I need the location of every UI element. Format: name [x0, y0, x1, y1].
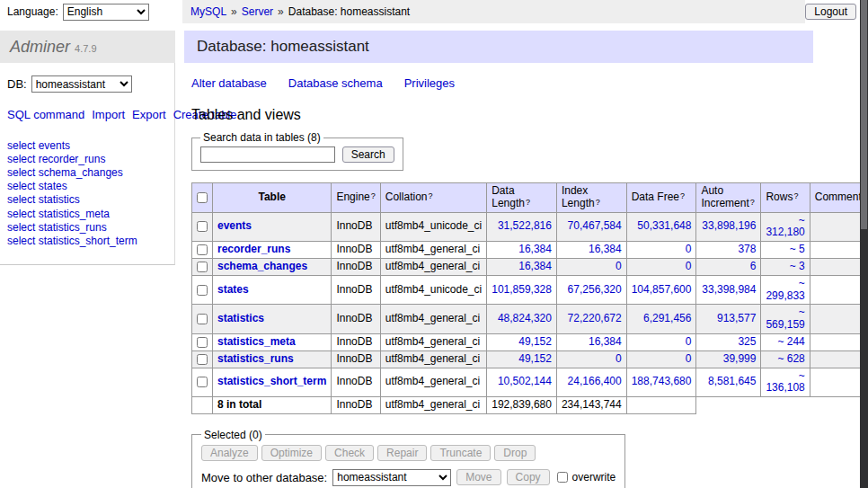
move-db-select[interactable]: homeassistant [332, 469, 451, 486]
column-help-hint[interactable]: ? [371, 191, 376, 200]
row-checkbox[interactable] [197, 221, 208, 232]
rows-link[interactable]: ~ 5 [790, 243, 805, 255]
data-free-link[interactable]: 6,291,456 [643, 312, 691, 324]
data-length-link[interactable]: 31,522,816 [498, 219, 552, 232]
database-nav-link[interactable]: Alter database [191, 76, 267, 90]
column-help-hint[interactable]: ? [596, 198, 600, 207]
data-free-link[interactable]: 0 [686, 352, 692, 365]
copy-button[interactable]: Copy [507, 469, 550, 485]
column-help-hint[interactable]: ? [526, 198, 530, 207]
table-name-link[interactable]: schema_changes [217, 260, 307, 272]
page-scrollbar[interactable] [860, 0, 868, 488]
sidebar-table-link[interactable]: select statistics [7, 193, 174, 207]
table-name-link[interactable]: statistics [217, 312, 264, 324]
sidebar-table-link[interactable]: select recorder_runs [7, 153, 174, 166]
data-length-link[interactable]: 16,384 [518, 260, 552, 272]
selected-optimize-button[interactable]: Optimize [261, 445, 322, 461]
auto-increment-link[interactable]: 6 [750, 260, 757, 272]
adminer-logo[interactable]: Adminer 4.7.9 [0, 31, 175, 63]
table-name-link[interactable]: statistics_runs [217, 352, 294, 365]
column-help-hint[interactable]: ? [750, 198, 755, 207]
column-help-hint[interactable]: ? [680, 191, 685, 200]
data-length-link[interactable]: 49,152 [518, 335, 552, 348]
data-free-link[interactable]: 104,857,600 [632, 283, 692, 296]
selected-truncate-button[interactable]: Truncate [430, 445, 491, 461]
sidebar-action-link[interactable]: Export [132, 108, 166, 121]
index-length-link[interactable]: 67,256,320 [568, 283, 622, 296]
data-length-link[interactable]: 49,152 [518, 352, 552, 365]
index-length-link[interactable]: 16,384 [589, 243, 622, 255]
index-length-link[interactable]: 24,166,400 [568, 375, 622, 387]
selected-analyze-button[interactable]: Analyze [201, 445, 258, 461]
data-free-link[interactable]: 0 [686, 260, 692, 272]
data-free-link[interactable]: 188,743,680 [632, 375, 692, 387]
row-checkbox[interactable] [197, 377, 208, 387]
sidebar-table-link[interactable]: select schema_changes [7, 166, 174, 180]
auto-increment-link[interactable]: 39,999 [723, 352, 757, 365]
data-length-link[interactable]: 16,384 [518, 243, 552, 255]
search-button[interactable]: Search [342, 146, 394, 163]
rows-link[interactable]: ~ 312,180 [766, 214, 804, 239]
sidebar-table-link[interactable]: select states [7, 180, 174, 193]
data-free-link[interactable]: 0 [686, 335, 692, 348]
auto-increment-link[interactable]: 8,581,645 [708, 375, 756, 387]
breadcrumb-server-link[interactable]: Server [242, 5, 273, 18]
overwrite-checkbox[interactable] [557, 472, 568, 483]
index-length-link[interactable]: 70,467,584 [568, 219, 622, 232]
rows-link[interactable]: ~ 628 [777, 352, 804, 365]
sidebar-action-link[interactable]: SQL command [7, 108, 84, 121]
auto-increment-link[interactable]: 325 [738, 335, 756, 348]
sidebar-action-link[interactable]: Import [92, 108, 125, 121]
row-checkbox[interactable] [197, 337, 208, 348]
rows-link[interactable]: ~ 244 [777, 335, 804, 348]
sidebar-table-link[interactable]: select statistics_runs [7, 221, 174, 235]
table-name-link[interactable]: statistics_meta [217, 335, 296, 348]
rows-link[interactable]: ~ 569,159 [766, 306, 804, 331]
rows-link[interactable]: ~ 3 [790, 260, 805, 272]
row-checkbox[interactable] [197, 314, 208, 324]
select-all-checkbox[interactable] [197, 192, 208, 203]
search-input[interactable] [200, 146, 335, 163]
sidebar-table-link[interactable]: select statistics_meta [7, 208, 174, 221]
column-help-hint[interactable]: ? [428, 191, 432, 200]
table-name-link[interactable]: statistics_short_term [217, 375, 326, 387]
rows-link[interactable]: ~ 136,108 [766, 369, 804, 395]
db-select[interactable]: homeassistant [31, 75, 132, 93]
auto-increment-link[interactable]: 378 [738, 243, 756, 255]
data-length-link[interactable]: 101,859,328 [492, 283, 552, 296]
rows-link[interactable]: ~ 299,833 [766, 277, 804, 302]
scrollbar-thumb[interactable] [861, 0, 867, 229]
language-select[interactable]: English [63, 4, 149, 21]
row-checkbox[interactable] [197, 354, 208, 365]
logout-button[interactable]: Logout [805, 4, 856, 20]
selected-repair-button[interactable]: Repair [377, 445, 427, 461]
index-length-link[interactable]: 0 [616, 260, 622, 272]
table-name-link[interactable]: states [217, 283, 249, 296]
auto-increment-link[interactable]: 913,577 [717, 312, 756, 324]
brand-name[interactable]: Adminer [10, 38, 70, 57]
move-button[interactable]: Move [456, 469, 500, 485]
table-name-link[interactable]: events [217, 219, 252, 232]
table-name-link[interactable]: recorder_runs [217, 243, 290, 255]
index-length-link[interactable]: 72,220,672 [568, 312, 622, 324]
database-nav-link[interactable]: Database schema [288, 76, 383, 90]
selected-check-button[interactable]: Check [325, 445, 374, 461]
row-checkbox[interactable] [197, 285, 208, 296]
column-help-hint[interactable]: ? [793, 191, 798, 200]
row-checkbox[interactable] [197, 244, 208, 255]
selected-drop-button[interactable]: Drop [494, 445, 536, 461]
data-free-link[interactable]: 50,331,648 [637, 219, 691, 232]
index-length-cell: 16,384 [556, 333, 626, 350]
data-length-link[interactable]: 10,502,144 [498, 375, 552, 387]
breadcrumb-driver-link[interactable]: MySQL [190, 5, 226, 18]
database-nav-link[interactable]: Privileges [404, 76, 455, 90]
data-length-link[interactable]: 48,824,320 [498, 312, 552, 324]
sidebar-table-link[interactable]: select events [7, 139, 174, 153]
sidebar-table-link[interactable]: select statistics_short_term [7, 235, 174, 248]
row-checkbox[interactable] [197, 262, 208, 272]
index-length-link[interactable]: 0 [616, 352, 622, 365]
auto-increment-link[interactable]: 33,898,196 [702, 219, 756, 232]
index-length-link[interactable]: 16,384 [589, 335, 622, 348]
data-free-link[interactable]: 0 [686, 243, 692, 255]
auto-increment-link[interactable]: 33,398,984 [702, 283, 756, 296]
